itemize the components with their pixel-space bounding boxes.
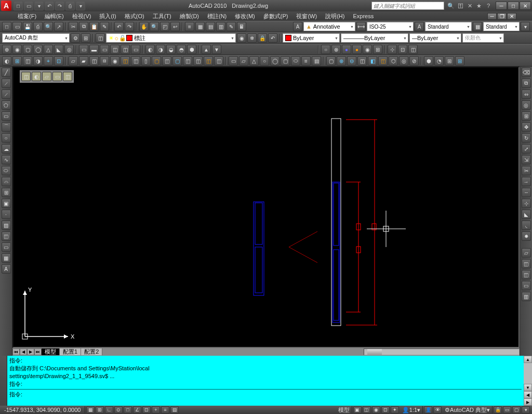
comm-icon[interactable]: ✕: [466, 2, 473, 9]
r4-m4-icon[interactable]: ⊞: [455, 56, 464, 66]
r4-j3-icon[interactable]: ◫: [89, 56, 99, 66]
sb-q5-icon[interactable]: ✦: [391, 406, 399, 413]
r3-c2-icon[interactable]: ◑: [156, 45, 165, 54]
tab-last-button[interactable]: ⏭: [34, 348, 42, 355]
table-tool-icon[interactable]: ▦: [2, 253, 11, 263]
circle-icon[interactable]: ○: [2, 133, 11, 143]
r4-j5-icon[interactable]: ◉: [110, 56, 119, 66]
qat-print-icon[interactable]: ⎙: [65, 1, 75, 10]
model-space-label[interactable]: 模型: [336, 406, 352, 413]
undo2-icon[interactable]: ↶: [114, 22, 124, 31]
tab-first-button[interactable]: ⏮: [12, 348, 20, 355]
tab-layout1[interactable]: 配置1: [60, 348, 81, 355]
menu-parametric[interactable]: 參數式(P): [261, 12, 290, 21]
r3-osnap5-icon[interactable]: ◉: [363, 45, 372, 54]
save-icon[interactable]: 💾: [23, 22, 32, 31]
polygon-icon[interactable]: ⬠: [2, 100, 11, 110]
text-icon[interactable]: A: [415, 22, 424, 31]
menu-window[interactable]: 視窗(W): [294, 12, 319, 21]
qat-open-icon[interactable]: ▭: [24, 1, 33, 10]
menu-draw[interactable]: 繪製(D): [178, 12, 201, 21]
r3-torus-icon[interactable]: ◎: [64, 45, 74, 54]
r3-b5-icon[interactable]: ◫: [121, 45, 130, 54]
r4-i2-icon[interactable]: ⊞: [12, 56, 22, 66]
r4-j11-icon[interactable]: ▢: [172, 56, 182, 66]
key-icon[interactable]: ⚿: [457, 2, 464, 9]
offset-icon[interactable]: ◎: [522, 100, 531, 110]
cmd-scroll-left-button[interactable]: ◀: [524, 391, 532, 398]
break-icon[interactable]: ╌: [522, 188, 531, 197]
r4-k6-icon[interactable]: ▢: [281, 56, 290, 66]
command-handle[interactable]: [0, 356, 7, 406]
lwt-toggle[interactable]: ≡: [161, 406, 169, 413]
r4-i6-icon[interactable]: ⊡: [54, 56, 63, 66]
markup-icon[interactable]: ✎: [227, 22, 236, 31]
r4-j6-icon[interactable]: ◫: [121, 56, 130, 66]
point-icon[interactable]: ·: [2, 210, 11, 219]
scale-icon[interactable]: ⤢: [522, 144, 531, 153]
r3-osnap2-icon[interactable]: ⊗: [331, 45, 341, 54]
ducs-toggle[interactable]: ⊡: [142, 406, 151, 413]
r3-osnap1-icon[interactable]: ○: [321, 45, 330, 54]
layer-prev-icon[interactable]: ↶: [268, 33, 277, 43]
doc-close-button[interactable]: ✕: [507, 13, 516, 20]
r3-b1-icon[interactable]: ▭: [79, 45, 88, 54]
r4-j8-icon[interactable]: ▯: [141, 56, 151, 66]
r4-j2-icon[interactable]: ▰: [79, 56, 88, 66]
zoom-icon[interactable]: 🔍: [150, 22, 159, 31]
sb-expand-icon[interactable]: ▾: [522, 406, 530, 413]
r3-b3-icon[interactable]: ▭: [100, 45, 109, 54]
pline-icon[interactable]: ⟋: [2, 89, 11, 99]
publish-icon[interactable]: ↗: [54, 22, 63, 31]
array-icon[interactable]: ⊞: [522, 111, 531, 121]
otrack-toggle[interactable]: ∠: [133, 406, 141, 413]
menu-edit[interactable]: 編輯(E): [43, 12, 66, 21]
dimstyle-dropdown[interactable]: ISO-25: [367, 22, 414, 31]
r3-osnap4-icon[interactable]: ●: [352, 45, 362, 54]
r3-wcs-icon[interactable]: ⊕: [2, 45, 11, 54]
r3-c1-icon[interactable]: ◐: [145, 45, 155, 54]
favorite-icon[interactable]: ★: [475, 2, 483, 9]
menu-insert[interactable]: 插入(I): [97, 12, 118, 21]
textstyle-dropdown[interactable]: Standard: [425, 22, 472, 31]
r4-m2-icon[interactable]: ◔: [434, 56, 444, 66]
color-dropdown[interactable]: ByLayer: [283, 33, 340, 43]
linetype-dropdown[interactable]: ———— ByLayer: [341, 33, 408, 43]
gradient-icon[interactable]: ◫: [2, 231, 11, 241]
r3-d1-icon[interactable]: ▲: [202, 45, 211, 54]
snap-toggle[interactable]: ▦: [86, 406, 95, 413]
menu-help[interactable]: 說明(H): [323, 12, 347, 21]
rp-b-icon[interactable]: ◫: [522, 259, 531, 268]
r3-osnap3-icon[interactable]: ●: [342, 45, 351, 54]
join-icon[interactable]: ⊹: [522, 199, 531, 208]
maximize-button[interactable]: □: [508, 2, 519, 10]
qcalc-icon[interactable]: 🖩: [237, 22, 246, 31]
tab-model[interactable]: 模型: [42, 348, 60, 355]
region-icon[interactable]: ▭: [2, 242, 11, 252]
pan-icon[interactable]: ✋: [139, 22, 149, 31]
workspace-status[interactable]: ⚙AutoCAD 典型▾: [443, 406, 493, 413]
qat-save-icon[interactable]: ▾: [34, 1, 44, 10]
tp-icon[interactable]: ▤: [206, 22, 215, 31]
copy-icon[interactable]: ⧉: [79, 22, 88, 31]
r4-j13-icon[interactable]: ◫: [193, 56, 203, 66]
match-icon[interactable]: ✎: [100, 22, 109, 31]
cut-icon[interactable]: ✂: [69, 22, 78, 31]
new-icon[interactable]: □: [2, 22, 11, 31]
trim-icon[interactable]: ✂: [522, 166, 531, 175]
sb-ann1-icon[interactable]: 👤: [424, 406, 432, 413]
rp-c-icon[interactable]: ◫: [522, 270, 531, 279]
annotative-dropdown[interactable]: ▲ Annotative: [303, 22, 355, 31]
r4-l4-icon[interactable]: ◫: [357, 56, 367, 66]
r4-m1-icon[interactable]: ⬢: [424, 56, 433, 66]
menu-tools[interactable]: 工具(T): [151, 12, 174, 21]
menu-express[interactable]: Express: [351, 12, 376, 20]
r3-b4-icon[interactable]: ◫: [110, 45, 119, 54]
open-icon[interactable]: ▭: [12, 22, 22, 31]
r3-cone-icon[interactable]: △: [44, 45, 53, 54]
r4-j7-icon[interactable]: ◫: [131, 56, 140, 66]
zoomprev-icon[interactable]: ↩: [170, 22, 180, 31]
r3-c3-icon[interactable]: ◒: [166, 45, 176, 54]
xline-icon[interactable]: ⟋: [2, 79, 11, 88]
r4-k5-icon[interactable]: ◯: [270, 56, 280, 66]
